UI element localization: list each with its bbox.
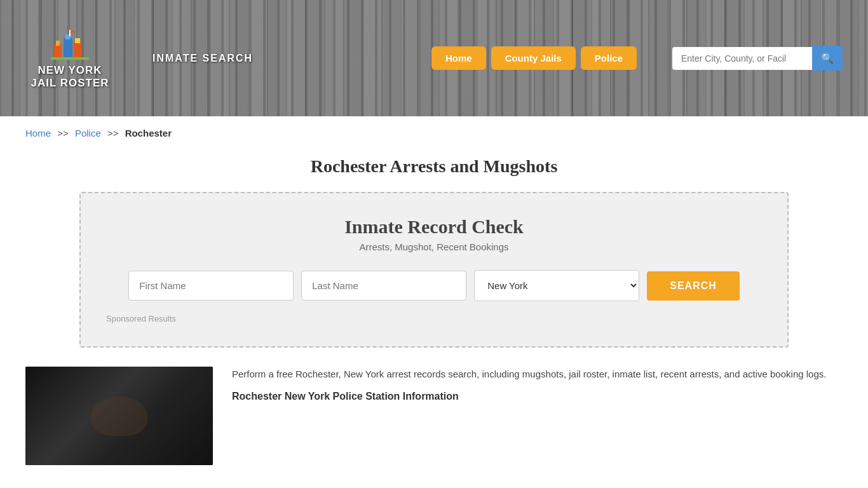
record-check-box: Inmate Record Check Arrests, Mugshot, Re…	[79, 192, 789, 348]
breadcrumb-police-link[interactable]: Police	[75, 128, 101, 139]
breadcrumb-home-link[interactable]: Home	[25, 128, 51, 139]
breadcrumb: Home >> Police >> Rochester	[0, 116, 868, 150]
nav: Home County Jails Police	[431, 46, 637, 70]
state-select[interactable]: AlabamaAlaskaArizonaArkansasCaliforniaCo…	[474, 270, 639, 301]
svg-rect-4	[74, 42, 81, 57]
breadcrumb-sep1: >>	[57, 128, 69, 139]
header: NEW YORKJAIL ROSTER INMATE SEARCH Home C…	[0, 0, 868, 116]
record-check-subtitle: Arrests, Mugshot, Recent Bookings	[106, 241, 762, 252]
nav-home-button[interactable]: Home	[431, 46, 486, 70]
breadcrumb-current: Rochester	[125, 128, 172, 139]
svg-marker-7	[71, 30, 75, 34]
lower-sub-heading: Rochester New York Police Station Inform…	[232, 388, 843, 405]
logo-icon	[51, 27, 89, 62]
sponsored-results: Sponsored Results	[106, 314, 762, 323]
lower-text: Perform a free Rochester, New York arres…	[232, 367, 843, 411]
breadcrumb-sep2: >>	[107, 128, 119, 139]
header-search-area: 🔍	[672, 46, 843, 71]
logo-text: NEW YORKJAIL ROSTER	[31, 64, 109, 90]
svg-rect-1	[56, 41, 60, 46]
search-form-row: AlabamaAlaskaArizonaArkansasCaliforniaCo…	[106, 270, 762, 301]
header-search-input[interactable]	[672, 47, 812, 70]
svg-rect-0	[54, 44, 62, 57]
svg-rect-2	[64, 38, 72, 57]
svg-rect-5	[75, 38, 80, 43]
last-name-input[interactable]	[301, 271, 466, 301]
lower-image	[25, 367, 213, 465]
page-title: Rochester Arrests and Mugshots	[0, 156, 868, 177]
record-check-title: Inmate Record Check	[106, 216, 762, 238]
search-icon: 🔍	[821, 53, 834, 64]
lower-description: Perform a free Rochester, New York arres…	[232, 367, 843, 382]
svg-rect-8	[51, 57, 89, 60]
search-button[interactable]: SEARCH	[647, 271, 740, 301]
svg-rect-6	[69, 30, 71, 36]
first-name-input[interactable]	[128, 271, 294, 301]
nav-police-button[interactable]: Police	[581, 46, 637, 70]
inmate-search-label: INMATE SEARCH	[153, 53, 253, 64]
lower-section: Perform a free Rochester, New York arres…	[0, 348, 868, 478]
header-search-button[interactable]: 🔍	[812, 46, 843, 71]
logo-area: NEW YORKJAIL ROSTER	[25, 27, 114, 90]
nav-county-jails-button[interactable]: County Jails	[491, 46, 576, 70]
